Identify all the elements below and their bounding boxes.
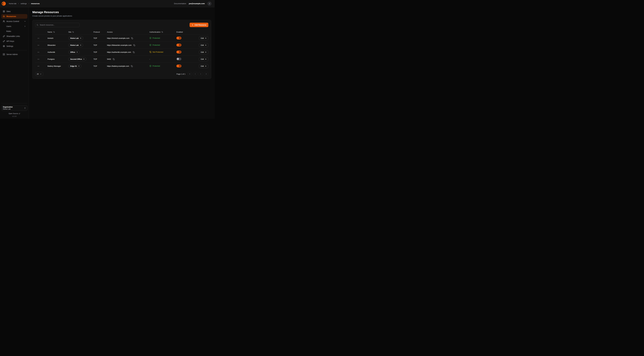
resource-name: Battery Manager [48,65,68,67]
edit-button[interactable]: Edit [199,43,208,47]
enabled-toggle[interactable] [176,64,181,68]
row-actions-button[interactable] [36,36,41,40]
open-source-label: Open Source [8,113,18,114]
edit-label: Edit [201,37,204,39]
enabled-toggle[interactable] [176,58,181,60]
organization-value: Home Lab [3,108,12,110]
chevron-right-icon [24,25,26,27]
sidebar-item-users[interactable]: Users [1,24,28,28]
enabled-toggle[interactable] [176,44,181,46]
copy-button[interactable] [131,37,133,40]
external-link-icon [19,113,20,114]
row-actions-button[interactable] [36,44,41,47]
resource-access-url: 5432 [107,58,111,60]
row-actions-button[interactable] [36,50,41,54]
open-source-link[interactable]: Open Source [8,113,20,114]
breadcrumb-resources[interactable]: resources [31,2,40,4]
copy-button[interactable] [112,58,115,60]
chevron-right-icon [18,3,19,4]
edit-button[interactable]: Edit [199,50,208,54]
site-link[interactable]: Office [68,50,80,54]
first-page-button[interactable] [188,72,192,76]
sort-icon[interactable] [53,31,55,33]
sidebar-item-api-keys[interactable]: API Keys [1,39,28,44]
server-icon [3,53,5,56]
edit-button[interactable]: Edit [199,36,208,40]
breadcrumb-settings[interactable]: settings [20,2,27,4]
sidebar-item-server-admin[interactable]: Server Admin [1,52,28,57]
documentation-link[interactable]: Documentation [174,2,186,4]
sort-icon[interactable] [161,31,163,33]
sidebar-item-label: Resources [6,15,16,18]
chevron-left-icon [194,73,196,75]
copy-icon [131,37,133,39]
arrow-right-icon [205,51,206,53]
waypoints-icon [3,15,5,18]
search-input[interactable] [35,23,80,27]
resource-access-url: https://battery.example.com [107,65,129,67]
th-protocol: Protocol [94,31,107,33]
page-size-select[interactable]: 20 [35,72,43,76]
avatar[interactable]: J [208,2,212,6]
edit-button[interactable]: Edit [199,57,208,61]
sidebar-item-roles[interactable]: Roles [1,29,28,34]
search-box [35,23,80,27]
th-site[interactable]: Site [68,31,94,33]
previous-page-button[interactable] [193,72,197,76]
table-row: Authentik Office TCP https://authentik.e… [35,48,208,56]
enabled-toggle[interactable] [176,50,181,54]
chevron-down-icon [40,73,42,75]
sidebar-nav: Sites Resources Access Control Users [1,9,28,57]
edit-button[interactable]: Edit [199,64,208,68]
add-resource-button[interactable]: Add Resource [190,23,208,27]
table-footer: 20 Page 1 of 1 [35,72,208,76]
site-link[interactable]: Second Office [68,57,86,61]
edit-label: Edit [201,58,204,60]
sidebar-item-label: Sites [6,10,10,12]
auth-status: - [150,58,150,60]
auth-status-label: - [150,58,150,60]
chevrons-left-icon [189,73,191,75]
arrow-up-right-icon [80,44,81,46]
sidebar-item-sites[interactable]: Sites [1,9,28,14]
sidebar: Sites Resources Access Control Users [0,7,29,119]
sidebar-item-label: API Keys [6,40,14,42]
site-link[interactable]: Edge 01 [68,64,82,68]
organization-selector[interactable]: Organization Home Lab [1,105,28,111]
site-link[interactable]: Home Lab [68,43,83,47]
sidebar-item-shareable-links[interactable]: Shareable Links [1,34,28,38]
topbar-right: Documentation joe@example.com J [174,2,212,6]
plus-icon [192,24,194,26]
sidebar-item-resources[interactable]: Resources [1,14,28,19]
site-name: Office [70,51,75,53]
table-row: Immich Home Lab TCP https://immich.examp… [35,35,208,42]
sort-icon[interactable] [72,31,74,33]
app-logo-icon[interactable] [2,2,6,6]
copy-button[interactable] [133,44,136,46]
copy-button[interactable] [132,51,135,54]
auth-status-label: Not Protected [152,51,163,53]
row-actions-button[interactable] [36,64,41,68]
th-name-label: Name [48,31,52,33]
site-link[interactable]: Home Lab [68,36,83,40]
th-protocol-label: Protocol [94,31,100,33]
th-enabled: Enabled [176,31,195,33]
enabled-toggle[interactable] [176,37,181,40]
next-page-button[interactable] [198,72,203,76]
sidebar-item-settings[interactable]: Settings [1,44,28,48]
resource-name: Bitwarden [48,44,68,46]
last-page-button[interactable] [204,72,208,76]
th-name[interactable]: Name [48,31,68,33]
breadcrumb-org[interactable]: home-lab [9,2,16,4]
copy-button[interactable] [131,65,133,68]
sidebar-item-access-control[interactable]: Access Control [1,19,28,24]
user-email[interactable]: joe@example.com [189,2,205,4]
resource-name: Immich [48,37,68,39]
resource-protocol: TCP [94,58,107,60]
organization-text: Organization Home Lab [3,106,12,110]
app-window: home-lab settings resources Documentatio… [0,0,215,119]
resources-panel: Add Resource Name Site Protocol Acce [32,20,211,79]
row-actions-button[interactable] [36,58,41,61]
resource-protocol: TCP [94,37,107,39]
th-authentication[interactable]: Authentication [150,31,176,33]
